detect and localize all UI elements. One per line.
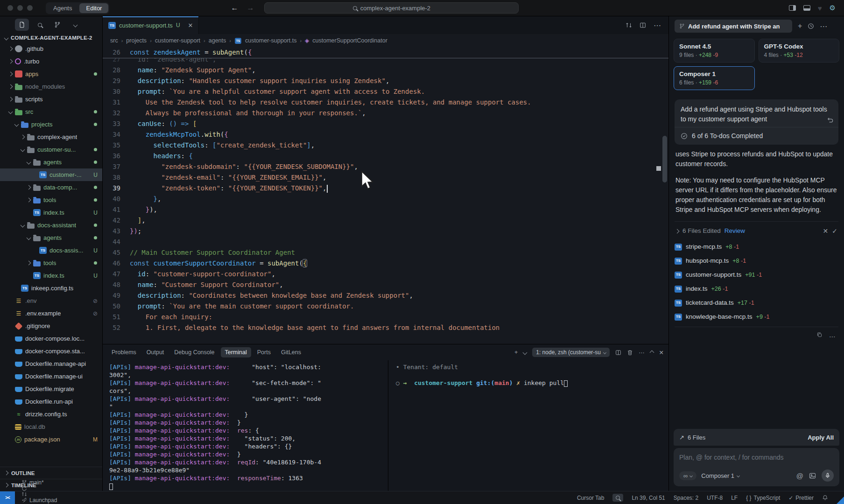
code-line-27[interactable]: 27 id: "zendesk-agent",	[103, 58, 668, 65]
tree-item-index-ts[interactable]: TSindex.tsU	[0, 269, 102, 282]
agent-mode-pill[interactable]: ∞	[679, 471, 696, 480]
image-attach-icon[interactable]	[809, 473, 816, 479]
undo-icon[interactable]	[827, 116, 834, 123]
code-line-49[interactable]: 49 description: "Coordinates between kno…	[103, 290, 668, 301]
statusbar-spaces[interactable]: Spaces: 2	[674, 495, 698, 501]
code-line-34[interactable]: 34 zendeskMcpTool.with({	[103, 129, 668, 140]
code-line-41[interactable]: 41 }),	[103, 204, 668, 215]
code-line-50[interactable]: 50 prompt: `You are the main customer su…	[103, 301, 668, 312]
forward-button[interactable]: →	[246, 4, 254, 12]
tree-item-index-ts[interactable]: TSindex.tsU	[0, 206, 102, 219]
todos-status-row[interactable]: 6 of 6 To-dos Completed	[675, 127, 838, 145]
apply-all-bar[interactable]: ↗ 6 Files Apply All	[674, 429, 839, 446]
close-window-button[interactable]	[7, 5, 13, 11]
edited-file-row[interactable]: TSknowledge-base-mcp.ts+9 -1	[675, 310, 838, 324]
statusbar-compare[interactable]	[21, 491, 57, 497]
model-card-sonnet-4.5[interactable]: Sonnet 4.59 files · +248 -9	[674, 39, 755, 63]
edited-file-row[interactable]: TSticketcard-data.ts+17 -1	[675, 296, 838, 310]
tree-item--turbo[interactable]: .turbo	[0, 55, 102, 68]
minimize-window-button[interactable]	[17, 5, 23, 11]
more-actions-icon[interactable]: ⋯	[654, 21, 661, 30]
model-selector[interactable]: Composer 1	[701, 472, 739, 479]
statusbar-eol[interactable]: LF	[731, 495, 738, 501]
breadcrumb-item[interactable]: projects	[126, 37, 147, 44]
section-outline[interactable]: OUTLINE	[0, 467, 102, 479]
toggle-secondary-sidebar-icon[interactable]	[789, 5, 796, 11]
tree-item--env-example[interactable]: ☰.env.example⊘	[0, 307, 102, 320]
copy-icon[interactable]	[816, 332, 823, 342]
statusbar-language[interactable]: { }TypeScript	[746, 495, 780, 501]
tree-item-data-comp-[interactable]: data-comp...	[0, 181, 102, 194]
statusbar-cursor-position[interactable]: Ln 39, Col 51	[632, 495, 665, 501]
code-line-36[interactable]: 36 headers: {	[103, 151, 668, 161]
heart-icon[interactable]: ♥	[818, 4, 822, 12]
files-edited-header[interactable]: 6 Files Edited Review ✕ ✓	[675, 225, 838, 240]
tree-item-dockerfile-run-api[interactable]: Dockerfile.run-api	[0, 395, 102, 408]
tree-item-agents[interactable]: agents	[0, 231, 102, 244]
tab-customer-support[interactable]: TS customer-support.ts U ✕	[103, 16, 199, 34]
code-line-42[interactable]: 42 ],	[103, 215, 668, 226]
source-control-icon[interactable]	[50, 19, 64, 31]
tree-item-customer-[interactable]: TScustomer-...U	[0, 168, 102, 181]
code-line-28[interactable]: 28 name: "Zendesk Support Agent",	[103, 65, 668, 76]
code-line-46[interactable]: 46const customerSupportCoordinator = sub…	[103, 258, 668, 269]
chat-input-box[interactable]: Plan, @ for context, / for commands ∞ Co…	[674, 448, 839, 486]
model-card-composer-1[interactable]: Composer 16 files · +159 -6	[674, 66, 755, 90]
tree-item-dockerfile-migrate[interactable]: Dockerfile.migrate	[0, 383, 102, 395]
statusbar-launchpad[interactable]: Launchpad	[21, 497, 57, 504]
maximize-window-button[interactable]	[27, 5, 33, 11]
code-line-39[interactable]: 39 "zendesk-token": "{{YOUR_ZENDESK_TOKE…	[103, 183, 668, 194]
code-line-37[interactable]: 37 "zendesk-subdomain": "{{YOUR_ZENDESK_…	[103, 161, 668, 172]
statusbar-encoding[interactable]: UTF-8	[707, 495, 723, 501]
settings-gear-icon[interactable]: ⚙	[830, 4, 836, 12]
terminal-pane-left[interactable]: [APIs] manage-api-quickstart:dev: "host"…	[103, 360, 388, 491]
split-terminal-icon[interactable]	[615, 350, 621, 356]
more-actions-icon[interactable]: ⋯	[829, 332, 836, 342]
close-panel-icon[interactable]: ✕	[659, 349, 664, 356]
code-line-48[interactable]: 48 name: "Customer Support Coordinator",	[103, 280, 668, 290]
tree-item-agents[interactable]: agents	[0, 156, 102, 168]
code-line-29[interactable]: 29 description: "Handles customer suppor…	[103, 76, 668, 86]
tree-item-apps[interactable]: apps	[0, 68, 102, 80]
code-line-38[interactable]: 38 "zendesk-email": "{{YOUR_ZENDESK_EMAI…	[103, 172, 668, 183]
statusbar-sync[interactable]	[21, 486, 57, 491]
accept-all-icon[interactable]: ✓	[832, 226, 837, 236]
code-line-52[interactable]: 52 1. First, delegate to the knowledge b…	[103, 322, 668, 333]
reject-all-icon[interactable]: ✕	[823, 226, 829, 236]
microphone-icon[interactable]	[822, 469, 834, 482]
breadcrumb-item[interactable]: agents	[209, 37, 226, 44]
terminal-selector[interactable]: 1: node, zsh (customer-su	[532, 348, 610, 357]
chevron-down-icon[interactable]	[68, 19, 82, 31]
command-search-box[interactable]: complex-agent-example-2	[264, 2, 519, 14]
statusbar-bell[interactable]	[822, 495, 828, 501]
tree-item-tools[interactable]: tools	[0, 194, 102, 206]
code-line-45[interactable]: 45// Main Customer Support Coordinator A…	[103, 247, 668, 258]
breadcrumb-item[interactable]: src	[110, 37, 118, 44]
kill-terminal-icon[interactable]	[627, 350, 633, 356]
panel-tab-ports[interactable]: Ports	[253, 347, 275, 357]
tree-item-scripts[interactable]: scripts	[0, 93, 102, 105]
statusbar-zoom-indicator[interactable]	[612, 494, 623, 502]
code-line-32[interactable]: 32 Always be professional and thorough i…	[103, 108, 668, 119]
back-button[interactable]: ←	[231, 4, 238, 12]
tree-item-inkeep-config-ts[interactable]: TSinkeep.config.ts	[0, 282, 102, 294]
tree-item-complex-agent[interactable]: complex-agent	[0, 131, 102, 143]
project-root-row[interactable]: COMPLEX-AGENT-EXAMPLE-2	[0, 33, 102, 42]
tree-item-docker-compose-loc-[interactable]: docker-compose.loc...	[0, 332, 102, 345]
code-editor[interactable]: 26const zendeskAgent = subAgent({ 27 id:…	[103, 47, 668, 344]
panel-tab-problems[interactable]: Problems	[107, 347, 141, 357]
chevron-down-icon[interactable]	[523, 350, 528, 355]
edited-file-row[interactable]: TScustomer-support.ts+91 -1	[675, 268, 838, 282]
agent-thread-tab[interactable]: Add refund agent with Stripe an	[675, 20, 792, 33]
more-actions-icon[interactable]: ⋯	[820, 22, 827, 31]
code-line-44[interactable]: 44	[103, 237, 668, 247]
explorer-files-icon[interactable]	[15, 19, 29, 31]
new-terminal-icon[interactable]: +	[514, 349, 518, 356]
new-thread-icon[interactable]: +	[798, 22, 802, 30]
open-changes-icon[interactable]	[626, 22, 632, 28]
toggle-panel-icon[interactable]	[803, 5, 810, 11]
history-clock-icon[interactable]	[808, 23, 814, 29]
edited-file-row[interactable]: TSstripe-mcp.ts+8 -1	[675, 240, 838, 254]
breadcrumb[interactable]: src›projects›customer-support›agents›TSc…	[103, 34, 668, 47]
tree-item-src[interactable]: src	[0, 105, 102, 118]
